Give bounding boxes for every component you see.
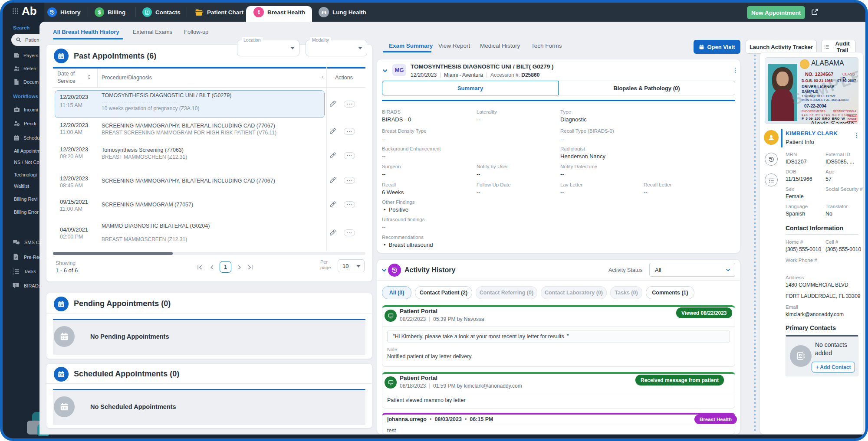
collapse-chevron-icon[interactable] — [380, 266, 388, 274]
field-label: Recall Type (BIRADS-0) — [560, 128, 614, 134]
horizontal-scrollbar-thumb[interactable] — [53, 252, 173, 255]
divider — [46, 314, 372, 314]
sidebar-item-tasks[interactable]: 123 Tasks — [12, 268, 36, 275]
nav-tab-breast-health[interactable]: Breast Health — [253, 3, 305, 22]
field-value: IDS1207 — [786, 159, 807, 165]
row-procedure: SCREENING MAMMOGRAPHY, BILATERAL INCLUDI… — [102, 123, 275, 129]
tab-follow-up[interactable]: Follow-up — [184, 29, 208, 35]
nav-tab-patient-chart[interactable]: Patient Chart — [194, 3, 243, 22]
edit-icon[interactable] — [329, 229, 336, 236]
more-actions-icon[interactable] — [344, 128, 355, 135]
edit-icon[interactable] — [329, 152, 336, 159]
field-label: Notify Date/Time — [560, 164, 597, 169]
nav-tab-billing[interactable]: $ Billing — [95, 3, 125, 22]
tab-external-exams[interactable]: External Exams — [133, 29, 172, 35]
chip-contact-laboratory: Contact Laboratory (0) — [541, 286, 607, 299]
patient-kebab-icon[interactable] — [853, 132, 860, 139]
nav-tab-history[interactable]: History — [47, 3, 81, 22]
sidebar-item-incoming[interactable]: Incomi — [13, 106, 38, 113]
sidebar-item-technologist[interactable]: Technologi — [14, 172, 37, 177]
patient-checklist-icon[interactable] — [765, 173, 778, 186]
open-visit-button[interactable]: Open Visit — [694, 40, 740, 54]
row-time: 11:00 AM — [60, 206, 82, 212]
page-number[interactable]: 1 — [220, 261, 231, 273]
external-link-icon[interactable] — [811, 8, 819, 16]
field-value: Female — [786, 193, 804, 199]
patient-history-icon[interactable] — [765, 153, 778, 166]
sidebar-item-waitlist[interactable]: Waitlist — [14, 183, 29, 189]
field-label: Recall — [382, 182, 396, 187]
sidebar-item-label: Incomi — [24, 107, 38, 112]
exam-location: Miami - Aventura — [444, 72, 483, 78]
tab-medical-history[interactable]: Medical History — [480, 42, 520, 49]
sidebar-item-scheduled[interactable]: Schedu — [13, 134, 39, 141]
sidebar-item-billing-errors[interactable]: Billing Error — [14, 209, 39, 215]
sidebar-item-documents[interactable]: Docum — [13, 78, 39, 85]
exam-kebab-icon[interactable] — [732, 67, 739, 74]
modality-select[interactable]: Modality — [306, 40, 367, 56]
sort-icon[interactable] — [86, 74, 92, 80]
field-label: Home # — [786, 239, 803, 245]
sidebar-item-pending[interactable]: Pendi — [13, 120, 36, 127]
nav-tab-contacts[interactable]: Contacts — [142, 3, 181, 22]
new-appointment-button[interactable]: New Appointment — [747, 6, 805, 19]
activity-status-select[interactable]: All — [649, 263, 735, 277]
edit-icon[interactable] — [329, 100, 336, 108]
tab-view-report[interactable]: View Report — [438, 42, 470, 49]
tab-all-breast-health-history[interactable]: All Breast Health History — [53, 29, 119, 35]
tab-summary[interactable]: Summary — [382, 81, 559, 95]
previous-page-icon[interactable] — [208, 264, 216, 271]
sidebar-item-all-appointments[interactable]: All Appointm — [14, 148, 40, 154]
sidebar-item-payers[interactable]: Payers — [13, 52, 38, 59]
app-grid-icon[interactable] — [12, 8, 19, 14]
field-label: Follow Up Date — [477, 182, 511, 187]
empty-calendar-icon — [54, 396, 75, 417]
more-actions-icon[interactable] — [344, 177, 355, 184]
chip-contact-patient[interactable]: Contact Patient (2) — [415, 286, 472, 299]
activity-source: Patient Portal — [400, 375, 437, 381]
column-header-date[interactable]: Date of Service — [57, 70, 84, 85]
patient-avatar[interactable] — [764, 130, 779, 145]
last-page-icon[interactable] — [247, 264, 254, 271]
row-diagnosis: 10 weeks gestation of pregnancy (Z3A.10) — [102, 105, 199, 111]
sidebar-item-ns-not-completed[interactable]: NS / Not Co — [14, 160, 39, 165]
more-actions-icon[interactable] — [344, 101, 355, 108]
edit-icon[interactable] — [329, 176, 336, 184]
edit-icon[interactable] — [329, 201, 336, 208]
sidebar-item-billing-review[interactable]: Billing Revi — [14, 196, 37, 202]
portal-message-text: "Hi Kimberly, please take a look at your… — [393, 333, 569, 340]
edit-icon[interactable] — [329, 127, 336, 135]
first-page-icon[interactable] — [196, 264, 204, 271]
more-actions-icon[interactable] — [344, 152, 355, 159]
lung-health-icon — [319, 7, 329, 17]
panel-scrollbar[interactable] — [754, 55, 756, 432]
nav-tab-lung-health[interactable]: Lung Health — [319, 3, 366, 22]
drivers-license-image[interactable]: ALABAMA NO. 1234567 CLASS D D.O.B. 03-21… — [765, 57, 858, 124]
location-select[interactable]: Location — [237, 40, 299, 56]
sidebar-item-sms[interactable]: SMS C — [12, 238, 39, 246]
sidebar-item-birads[interactable]: BIRADs — [12, 282, 41, 289]
field-label: Type — [560, 109, 571, 114]
next-page-icon[interactable] — [236, 264, 243, 271]
add-contact-button[interactable]: + Add Contact — [812, 362, 855, 372]
collapse-chevron-icon[interactable] — [381, 67, 389, 75]
summary-accent-bar — [382, 100, 735, 101]
sidebar-item-label: Pre-Reg — [24, 255, 42, 260]
column-resize-icon[interactable] — [320, 75, 326, 80]
column-header-procedure[interactable]: Procedure/Diagnosis — [102, 75, 152, 81]
patient-name[interactable]: KIMBERLY CLARK — [786, 130, 838, 137]
license-restrictions: RESTRICTIONS A — [833, 110, 856, 113]
sidebar-item-referring[interactable]: Referr — [13, 65, 37, 72]
chip-comments[interactable]: Comments (1) — [646, 286, 694, 299]
tab-tech-forms[interactable]: Tech Forms — [531, 42, 562, 49]
more-actions-icon[interactable] — [344, 201, 355, 208]
tab-biopsies-pathology[interactable]: Biopsies & Pathology (0) — [559, 81, 735, 95]
chip-all[interactable]: All (3) — [382, 286, 411, 299]
patient-portal-icon — [385, 310, 397, 322]
sidebar-item-pre-reg[interactable]: Pre-Reg — [12, 253, 42, 261]
per-page-select[interactable]: 10 — [338, 259, 365, 272]
more-actions-icon[interactable] — [344, 229, 355, 236]
column-header-actions: Actions — [335, 75, 353, 81]
divider — [382, 326, 735, 327]
tab-exam-summary[interactable]: Exam Summary — [389, 42, 433, 49]
